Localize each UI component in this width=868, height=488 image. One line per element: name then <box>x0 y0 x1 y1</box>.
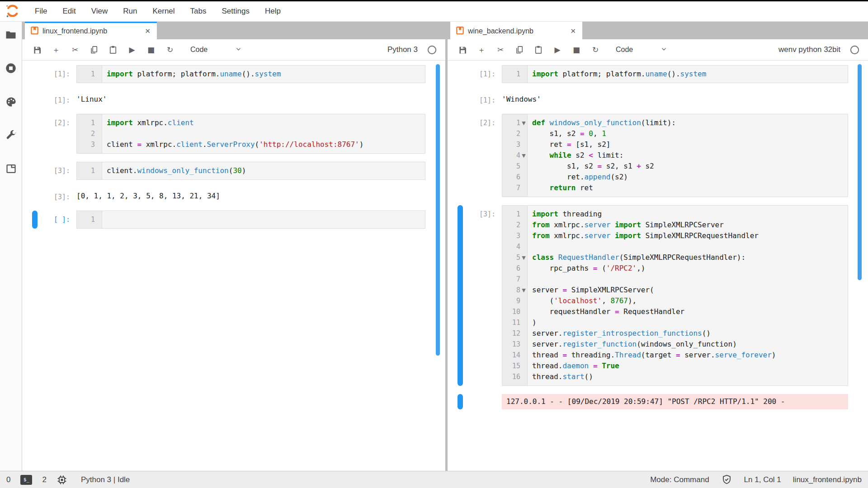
kernel-status-text[interactable]: Python 3 | Idle <box>81 475 130 484</box>
cell-collapser[interactable] <box>32 162 38 180</box>
paste-icon[interactable] <box>531 43 546 56</box>
gutter-line: 15 <box>502 361 527 371</box>
code-area[interactable]: def windows_only_function(limit): s1, s2… <box>528 114 848 197</box>
restart-icon[interactable]: ↻ <box>588 43 603 56</box>
code-area[interactable]: import xmlrpc.client client = xmlrpc.cli… <box>102 114 425 153</box>
add-icon[interactable]: ＋ <box>48 43 64 56</box>
cut-icon[interactable]: ✂ <box>67 43 83 56</box>
cut-icon[interactable]: ✂ <box>493 43 508 56</box>
trust-shield-icon[interactable] <box>721 474 732 485</box>
save-icon[interactable] <box>455 43 470 56</box>
add-icon[interactable]: ＋ <box>474 43 489 56</box>
cell-editor[interactable]: 1client.windows_only_function(30) <box>76 162 425 180</box>
notebook-icon <box>456 26 464 37</box>
cell-collapser[interactable] <box>32 114 38 154</box>
cell-type-dropdown[interactable]: Code <box>611 43 671 56</box>
fold-arrow-icon[interactable]: ▼ <box>520 287 527 293</box>
cell-type-dropdown[interactable]: Code <box>186 43 245 56</box>
cell-editor[interactable]: 1 <box>76 211 425 229</box>
sidebar-folder-icon[interactable] <box>4 28 18 42</box>
gutter-line: 6 <box>502 263 527 274</box>
cell-editor[interactable]: 1import platform; platform.uname().syste… <box>76 65 425 83</box>
terminal-icon[interactable]: $_ <box>20 475 32 485</box>
cell-collapser[interactable] <box>32 188 38 202</box>
cell-prompt: [1]: <box>463 65 495 83</box>
fold-arrow-icon[interactable]: ▼ <box>520 255 527 261</box>
save-icon[interactable] <box>29 43 45 56</box>
cell-editor[interactable]: 1import platform; platform.uname().syste… <box>502 65 848 83</box>
cell-collapser[interactable] <box>458 205 463 386</box>
menu-tabs[interactable]: Tabs <box>183 1 214 21</box>
code-area[interactable]: client.windows_only_function(30) <box>102 162 425 179</box>
cell-editor[interactable]: 123import xmlrpc.client client = xmlrpc.… <box>76 114 425 154</box>
cell-prompt: [3]: <box>38 188 70 202</box>
line-number: 12 <box>512 329 520 338</box>
vertical-scrollbar[interactable] <box>858 64 862 280</box>
cell-collapser[interactable] <box>32 65 38 83</box>
cell-prompt: [3]: <box>463 205 495 386</box>
stop-icon[interactable]: ■ <box>569 43 584 56</box>
cursor-position[interactable]: Ln 1, Col 1 <box>744 475 781 484</box>
menu-help[interactable]: Help <box>257 1 288 21</box>
chevron-down-icon <box>235 46 242 54</box>
cell-collapser[interactable] <box>32 211 38 229</box>
line-number: 8 <box>516 286 520 294</box>
cell-editor[interactable]: 12345▼678▼910111213141516import threadin… <box>502 205 848 386</box>
code-line: import threading <box>532 209 848 220</box>
gutter-line: 13 <box>502 339 527 350</box>
sidebar-running-kernels-icon[interactable] <box>4 61 18 75</box>
fold-arrow-icon[interactable]: ▼ <box>520 153 527 159</box>
sidebar-wrench-icon[interactable] <box>4 128 18 142</box>
restart-icon[interactable]: ↻ <box>162 43 178 56</box>
gutter-line: 4▼ <box>502 150 527 161</box>
output-text: 'Windows' <box>502 91 848 105</box>
sidebar-palette-icon[interactable] <box>4 95 18 108</box>
tab-wine_backend.ipynb[interactable]: wine_backend.ipynb✕ <box>450 22 582 39</box>
fold-arrow-icon[interactable]: ▼ <box>520 120 527 126</box>
gutter-line: 1 <box>502 209 527 220</box>
cell-main: 'Linux' <box>76 91 425 106</box>
kernel-status-icon[interactable] <box>849 45 860 55</box>
line-number: 5 <box>516 253 520 262</box>
kernel-name[interactable]: Python 3 <box>387 45 418 54</box>
vertical-scrollbar[interactable] <box>436 64 440 356</box>
close-icon[interactable]: ✕ <box>143 26 152 36</box>
code-line <box>532 274 848 285</box>
cell-collapser[interactable] <box>458 65 463 83</box>
menu-view[interactable]: View <box>84 1 116 21</box>
cell-collapser[interactable] <box>458 91 463 106</box>
cell-collapser[interactable] <box>458 114 463 197</box>
kernels-count[interactable]: 2 <box>42 475 46 484</box>
code-area[interactable]: import threadingfrom xmlrpc.server impor… <box>528 206 848 385</box>
cell-collapser[interactable] <box>458 394 463 409</box>
cell-main: 1import platform; platform.uname().syste… <box>76 65 425 83</box>
run-icon[interactable]: ▶ <box>124 43 140 56</box>
close-icon[interactable]: ✕ <box>568 26 578 36</box>
paste-icon[interactable] <box>105 43 121 56</box>
copy-icon[interactable] <box>512 43 527 56</box>
menu-settings[interactable]: Settings <box>214 1 257 21</box>
gutter-line: 1▼ <box>502 117 527 128</box>
command-mode-indicator[interactable]: Mode: Command <box>650 475 709 484</box>
stop-icon[interactable]: ■ <box>143 43 159 56</box>
menu-kernel[interactable]: Kernel <box>145 1 182 21</box>
code-area[interactable]: import platform; platform.uname().system <box>528 66 848 83</box>
sidebar-open-tabs-icon[interactable] <box>4 162 18 175</box>
code-area[interactable] <box>102 211 425 228</box>
copy-icon[interactable] <box>86 43 102 56</box>
tab-linux_frontend.ipynb[interactable]: linux_frontend.ipynb✕ <box>25 22 157 39</box>
cell-editor[interactable]: 1▼234▼567def windows_only_function(limit… <box>502 114 848 197</box>
run-icon[interactable]: ▶ <box>550 43 565 56</box>
kernel-name[interactable]: wenv python 32bit <box>778 45 840 54</box>
menu-run[interactable]: Run <box>115 1 145 21</box>
notebook-icon <box>30 26 39 37</box>
kernel-chip-icon[interactable] <box>57 474 67 485</box>
terminals-count[interactable]: 0 <box>6 475 10 484</box>
line-number: 1 <box>91 216 95 224</box>
tab-bar: wine_backend.ipynb✕ <box>448 22 868 39</box>
menu-edit[interactable]: Edit <box>55 1 83 21</box>
kernel-status-icon[interactable] <box>427 45 437 55</box>
code-area[interactable]: import platform; platform.uname().system <box>102 66 425 83</box>
menu-file[interactable]: File <box>27 1 55 21</box>
cell-collapser[interactable] <box>32 91 38 106</box>
